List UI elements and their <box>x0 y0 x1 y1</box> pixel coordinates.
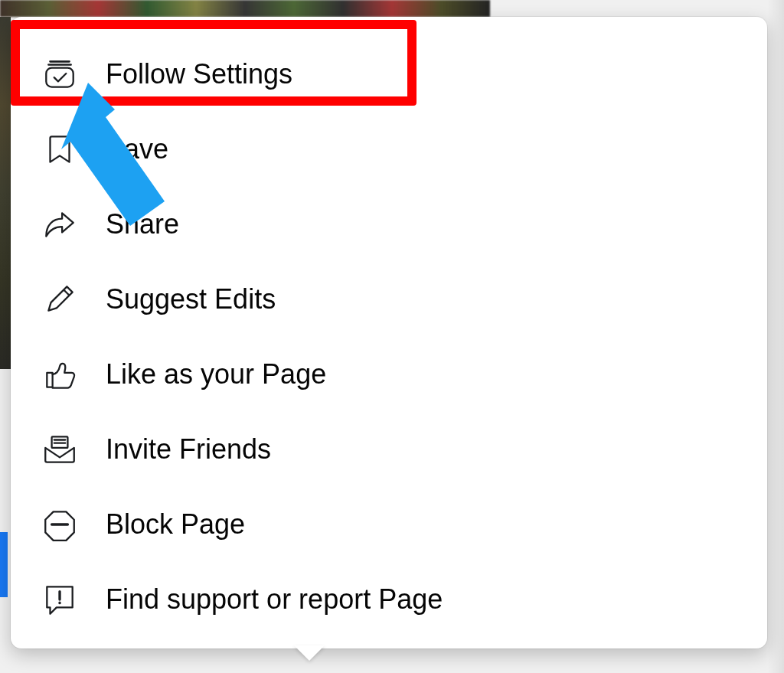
menu-item-follow-settings[interactable]: Follow Settings <box>29 37 749 112</box>
bookmark-icon <box>37 126 83 172</box>
menu-label-follow-settings: Follow Settings <box>106 58 292 90</box>
thumbs-up-icon <box>37 351 83 397</box>
menu-item-share[interactable]: Share <box>29 187 749 262</box>
page-actions-menu: Follow Settings Save Share <box>11 17 767 652</box>
menu-label-suggest-edits: Suggest Edits <box>106 283 276 315</box>
background-left-strip <box>0 17 11 369</box>
background-blue-accent <box>0 532 8 597</box>
menu-item-suggest-edits[interactable]: Suggest Edits <box>29 262 749 337</box>
background-cover-strip <box>0 0 490 17</box>
menu-item-find-support[interactable]: Find support or report Page <box>29 562 749 637</box>
menu-item-invite-friends[interactable]: Invite Friends <box>29 412 749 487</box>
menu-label-block-page: Block Page <box>106 508 245 541</box>
pencil-icon <box>37 276 83 322</box>
svg-rect-0 <box>46 68 73 87</box>
menu-item-like-as-page[interactable]: Like as your Page <box>29 337 749 412</box>
menu-item-block-page[interactable]: Block Page <box>29 487 749 562</box>
share-icon <box>37 201 83 247</box>
menu-label-save: Save <box>106 133 168 165</box>
menu-item-save[interactable]: Save <box>29 112 749 187</box>
right-edge-shadow <box>767 0 784 673</box>
block-icon <box>37 501 83 547</box>
menu-label-like-as-page: Like as your Page <box>106 358 326 390</box>
follow-settings-icon <box>37 51 83 97</box>
report-icon <box>37 577 83 622</box>
page-actions-dropdown: Follow Settings Save Share <box>11 17 767 648</box>
menu-label-invite-friends: Invite Friends <box>106 433 271 466</box>
menu-label-find-support: Find support or report Page <box>106 583 443 616</box>
invite-friends-icon <box>37 426 83 472</box>
menu-label-share: Share <box>106 208 179 240</box>
